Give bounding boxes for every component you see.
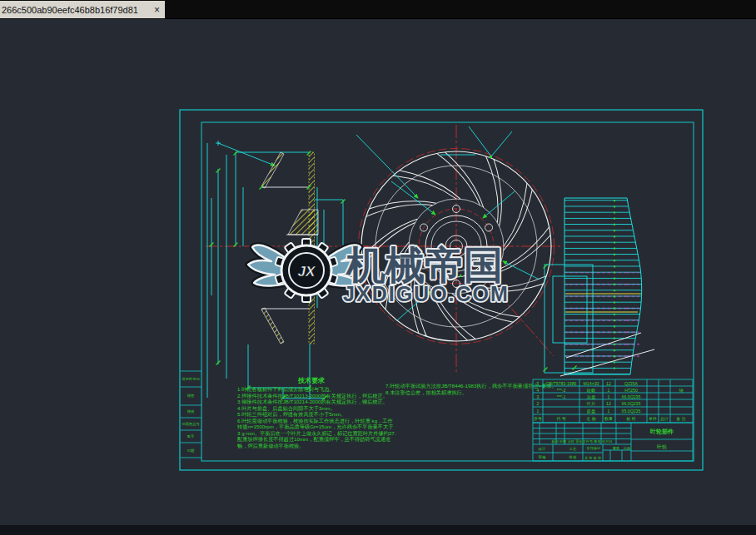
notes-title: 技术要求 <box>297 377 325 384</box>
svg-text:阶段标记: 阶段标记 <box>587 446 600 451</box>
svg-text:1: 1 <box>608 409 610 414</box>
svg-text:重量: 重量 <box>612 446 619 450</box>
svg-text:共 张 第 张: 共 张 第 张 <box>584 456 602 460</box>
document-tab[interactable]: 266c500ab90eefc46b8b16f79d81 × <box>0 1 165 18</box>
svg-text:12: 12 <box>606 401 611 406</box>
svg-text:设计: 设计 <box>539 447 546 451</box>
title-block: 标记 处数 分区 更改文件号 签名 年月日 设计 审核 工艺 批准 阶段标记 重… <box>533 423 693 461</box>
svg-text:3: 3 <box>537 394 540 399</box>
watermark-brand: 机械帝国 <box>345 243 503 287</box>
svg-text:1: 1 <box>608 394 610 399</box>
edge-label: 旧底图总号 <box>182 422 200 426</box>
svg-text:标记 处数 分区 更改文件号 签名 年月日: 标记 处数 分区 更改文件号 签名 年月日 <box>552 439 613 444</box>
svg-text:1: 1 <box>537 409 540 414</box>
svg-text:工艺: 工艺 <box>569 447 577 451</box>
svg-text:1: 1 <box>608 388 610 393</box>
svg-text:审核: 审核 <box>539 455 546 459</box>
svg-text:M14×30: M14×30 <box>584 381 599 386</box>
watermark: JX 机械帝国 JXDIGUO.COM <box>248 239 510 305</box>
svg-text:后盘: 后盘 <box>587 394 596 400</box>
edge-strip: 借用件登记 描图 描校 旧底图总号 签字 日期 <box>181 371 201 458</box>
svg-text:12: 12 <box>606 381 611 386</box>
svg-text:叶片: 叶片 <box>587 401 595 407</box>
svg-text:δ6.0Q235: δ6.0Q235 <box>622 394 641 399</box>
svg-text:批准: 批准 <box>569 455 577 459</box>
svg-text:总计: 总计 <box>660 416 669 421</box>
document-tab-title: 266c500ab90eefc46b8b16f79d81 <box>2 5 147 15</box>
edge-label: 签字 <box>187 434 195 438</box>
svg-text:单件: 单件 <box>649 416 657 421</box>
blade-profile-view <box>544 198 655 376</box>
svg-text:4: 4 <box>537 388 540 393</box>
svg-text:备 注: 备 注 <box>676 416 685 421</box>
svg-text:前盘: 前盘 <box>587 409 596 414</box>
edge-label: 描校 <box>187 409 195 414</box>
svg-text:名 称: 名 称 <box>586 416 595 421</box>
cad-application-window: 266c500ab90eefc46b8b16f79d81 × <box>0 0 756 535</box>
drawing-title: 叶轮部件 <box>650 428 674 435</box>
svg-text:***-1: ***-1 <box>557 394 566 399</box>
svg-text:5: 5 <box>537 381 540 386</box>
edge-label: 日期 <box>187 448 195 453</box>
svg-text:HT250: HT250 <box>624 388 638 393</box>
svg-text:铸: 铸 <box>679 388 684 393</box>
drawing-canvas[interactable]: 借用件登记 描图 描校 旧底图总号 签字 日期 <box>0 0 756 535</box>
svg-text:数量: 数量 <box>604 416 613 421</box>
svg-text:代 号: 代 号 <box>556 416 565 421</box>
close-tab-icon[interactable]: × <box>154 5 160 15</box>
technical-notes: 技术要求 1.叶轮各板材件下料后须去除毛刺与飞边。 2.焊接件技术条件按JB/T… <box>237 377 557 449</box>
edge-label: 描图 <box>187 394 195 398</box>
document-tab-bar: 266c500ab90eefc46b8b16f79d81 × <box>0 0 756 19</box>
svg-text:δ6.0Q235: δ6.0Q235 <box>622 401 641 406</box>
svg-text:序号: 序号 <box>534 416 542 422</box>
svg-text:轮毂: 轮毂 <box>587 388 596 394</box>
svg-text:材 料: 材 料 <box>625 416 635 422</box>
edge-label: 借用件登记 <box>182 377 200 381</box>
svg-text:7.叶轮动平衡试验方法按JB/T8446-1983执行，残余: 7.叶轮动平衡试验方法按JB/T8446-1983执行，残余不平衡量须符合×要求… <box>385 383 557 389</box>
svg-text:δ5.0Q235: δ5.0Q235 <box>622 409 641 414</box>
svg-text:Q235A: Q235A <box>624 381 639 386</box>
window-bottom-strip <box>0 525 756 535</box>
svg-text:***-2: ***-2 <box>557 388 566 393</box>
bom-table: 5GB/T5783-1986 M14×3012 Q235A 4***-2 轮毂1… <box>533 379 693 423</box>
watermark-domain: JXDIGUO.COM <box>343 282 510 305</box>
part-name: 叶轮 <box>657 444 667 450</box>
svg-text:GB/T5783-1986: GB/T5783-1986 <box>546 381 577 386</box>
watermark-monogram: JX <box>298 264 316 280</box>
svg-text:8.未注形位公差，按相关标准执行。: 8.未注形位公差，按相关标准执行。 <box>385 389 467 396</box>
svg-text:畅，焊后重新做动平衡校验。: 畅，焊后重新做动平衡校验。 <box>237 443 304 449</box>
svg-text:2: 2 <box>537 401 540 406</box>
